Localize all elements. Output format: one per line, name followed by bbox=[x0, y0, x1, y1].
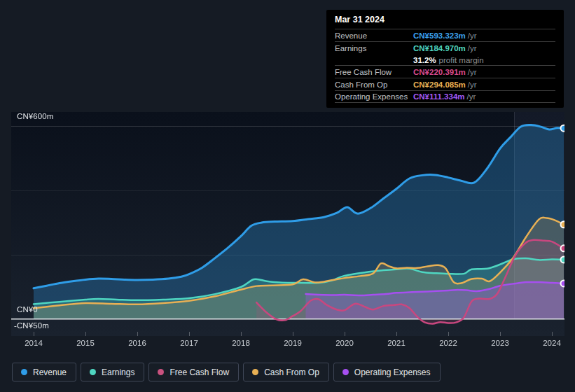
tooltip-row-operating-expenses: Operating Expenses CN¥111.334m /yr bbox=[335, 90, 555, 103]
x-axis-label-2018: 2018 bbox=[232, 339, 250, 347]
x-axis-label-2023: 2023 bbox=[491, 339, 509, 347]
tooltip-row-free-cash-flow: Free Cash Flow CN¥220.391m /yr bbox=[335, 65, 555, 78]
revenue-dot-icon bbox=[21, 369, 27, 375]
legend-label-cash-from-op: Cash From Op bbox=[264, 368, 319, 377]
legend-label-earnings: Earnings bbox=[102, 368, 134, 377]
tooltip-label-operating-expenses: Operating Expenses bbox=[335, 92, 413, 101]
tooltip-row-revenue: Revenue CN¥593.323m /yr bbox=[335, 29, 555, 41]
tooltip-suffix-free-cash-flow: /yr bbox=[468, 68, 477, 76]
tooltip-value-cash-from-op: CN¥294.085m bbox=[413, 80, 466, 89]
tooltip-profit-margin: 31.2% profit margin bbox=[335, 55, 555, 65]
x-axis-label-2022: 2022 bbox=[439, 339, 457, 347]
profit-margin-percent: 31.2% bbox=[413, 56, 436, 64]
legend-label-operating-expenses: Operating Expenses bbox=[354, 368, 431, 377]
tooltip-suffix-operating-expenses: /yr bbox=[467, 92, 476, 101]
x-axis-label-2019: 2019 bbox=[284, 339, 302, 347]
legend-label-free-cash-flow: Free Cash Flow bbox=[169, 368, 229, 377]
tooltip-suffix-earnings: /yr bbox=[468, 44, 477, 52]
x-axis-label-2021: 2021 bbox=[387, 339, 406, 347]
x-axis-label-2020: 2020 bbox=[335, 339, 354, 347]
time-series-chart[interactable] bbox=[11, 112, 564, 336]
x-axis-label-2017: 2017 bbox=[180, 339, 198, 347]
legend-item-operating-expenses[interactable]: Operating Expenses bbox=[333, 363, 441, 382]
tooltip-label-free-cash-flow: Free Cash Flow bbox=[335, 68, 413, 76]
tooltip-value-operating-expenses: CN¥111.334m bbox=[413, 92, 465, 101]
tooltip-label-cash-from-op: Cash From Op bbox=[335, 80, 413, 89]
tooltip-value-free-cash-flow: CN¥220.391m bbox=[413, 68, 466, 76]
y-axis-label-zero: CN¥0 bbox=[17, 305, 38, 314]
x-axis-label-2014: 2014 bbox=[25, 339, 43, 347]
y-axis-label-neg50m: -CN¥50m bbox=[14, 321, 49, 330]
tooltip-value-revenue: CN¥593.323m bbox=[413, 31, 466, 40]
x-axis-label-2024: 2024 bbox=[543, 339, 561, 347]
earnings-dot-icon bbox=[90, 369, 96, 375]
tooltip-row-earnings-group: Earnings CN¥184.970m /yr 31.2% profit ma… bbox=[335, 41, 555, 65]
chart-legend: Revenue Earnings Free Cash Flow Cash Fro… bbox=[12, 363, 441, 382]
cash-from-op-dot-icon bbox=[252, 369, 258, 375]
legend-item-earnings[interactable]: Earnings bbox=[81, 363, 144, 382]
tooltip-value-earnings: CN¥184.970m bbox=[413, 44, 466, 52]
x-axis-label-2015: 2015 bbox=[76, 339, 95, 347]
operating-expenses-dot-icon bbox=[342, 369, 349, 375]
tooltip-suffix-revenue: /yr bbox=[468, 31, 477, 40]
tooltip-row-earnings: Earnings CN¥184.970m /yr bbox=[335, 42, 555, 55]
y-axis-label-600m: CN¥600m bbox=[17, 112, 53, 120]
chart-tooltip: Mar 31 2024 Revenue CN¥593.323m /yr Earn… bbox=[326, 10, 564, 108]
x-axis-label-2016: 2016 bbox=[128, 339, 146, 347]
tooltip-date: Mar 31 2024 bbox=[335, 10, 555, 29]
free-cash-flow-dot-icon bbox=[158, 369, 164, 375]
tooltip-suffix-cash-from-op: /yr bbox=[468, 80, 477, 89]
earnings-revenue-history-panel: CN¥600m CN¥0 -CN¥50m 2014 2015 2016 2017… bbox=[0, 0, 575, 392]
profit-margin-text: profit margin bbox=[439, 56, 484, 64]
tooltip-label-revenue: Revenue bbox=[335, 31, 413, 40]
legend-item-free-cash-flow[interactable]: Free Cash Flow bbox=[148, 363, 239, 382]
legend-item-revenue[interactable]: Revenue bbox=[12, 363, 76, 382]
tooltip-label-earnings: Earnings bbox=[335, 44, 413, 52]
tooltip-row-cash-from-op: Cash From Op CN¥294.085m /yr bbox=[335, 78, 555, 90]
legend-label-revenue: Revenue bbox=[33, 368, 67, 377]
legend-item-cash-from-op[interactable]: Cash From Op bbox=[243, 363, 329, 382]
